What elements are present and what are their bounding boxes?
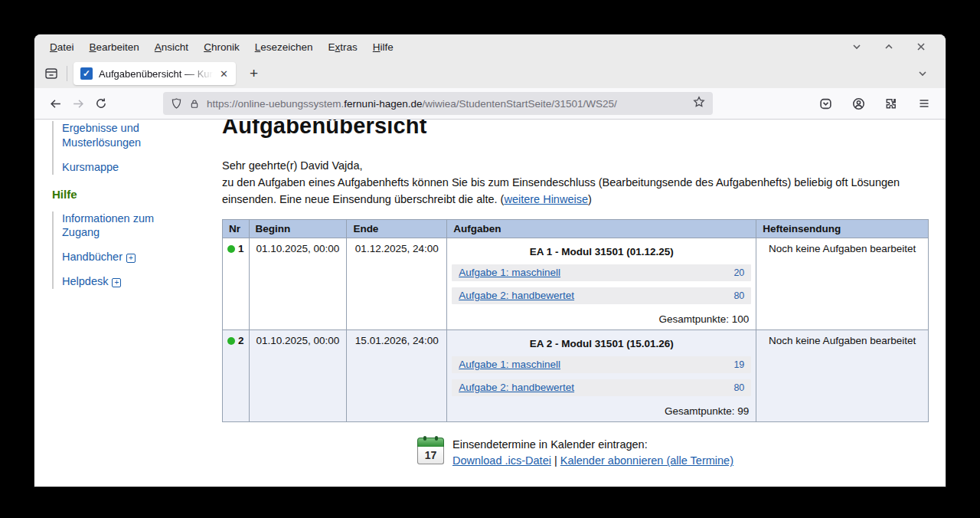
- gesamtpunkte: Gesamtpunkte: 100: [452, 313, 751, 325]
- aufgabe-punkte: 19: [733, 359, 744, 370]
- maximize-icon[interactable]: [883, 41, 895, 53]
- heft-title: EA 1 - Modul 31501 (01.12.25): [452, 246, 751, 257]
- sidebar-item-handbuecher[interactable]: Handbücher+: [62, 250, 188, 264]
- calendar-caption: Einsendetermine in Kalender eintragen:: [452, 437, 733, 453]
- new-tab-button[interactable]: +: [242, 65, 266, 82]
- heft-nr: 2: [238, 335, 244, 346]
- beginn-date: 01.10.2025, 00:00: [249, 330, 347, 422]
- minimize-icon[interactable]: [851, 41, 863, 53]
- hefteinsendung-status: Noch keine Aufgaben bearbeitet: [756, 238, 929, 330]
- table-header-row: Nr Beginn Ende Aufgaben Hefteinsendung: [223, 220, 929, 238]
- col-header-hefteinsendung: Hefteinsendung: [756, 220, 929, 238]
- task-row: Aufgabe 2: handbewertet 80: [452, 379, 751, 396]
- page-title: Aufgabenübersicht: [222, 120, 929, 139]
- bookmark-star-icon[interactable]: [693, 96, 705, 111]
- sidebar-item-helpdesk[interactable]: Helpdesk+: [62, 274, 188, 289]
- hefteinsendung-status: Noch keine Aufgaben bearbeitet: [756, 330, 929, 422]
- extensions-puzzle-icon[interactable]: [882, 93, 900, 114]
- sidebar-item-informationen-zugang[interactable]: Informationen zum Zugang: [62, 211, 188, 241]
- external-link-icon: +: [126, 254, 136, 263]
- task-row: Aufgabe 1: maschinell 20: [452, 264, 751, 281]
- ende-date: 15.01.2026, 24:00: [347, 330, 447, 422]
- pocket-icon[interactable]: [816, 93, 835, 114]
- sidebar-group-hilfe: Informationen zum Zugang Handbücher+ Hel…: [52, 211, 188, 289]
- hamburger-menu-icon[interactable]: [915, 93, 933, 114]
- tab-title: Aufgabenübersicht — Kurs: [99, 68, 217, 80]
- calendar-day: 17: [417, 447, 444, 464]
- list-all-tabs-icon[interactable]: [913, 64, 932, 83]
- weitere-hinweise-link[interactable]: weitere Hinweise: [504, 193, 588, 205]
- shield-icon[interactable]: [171, 97, 182, 110]
- col-header-aufgaben: Aufgaben: [447, 220, 756, 238]
- calendar-icon: 17: [417, 438, 444, 464]
- greeting-text: Sehr geehrte(r) David Vajda, zu den Aufg…: [222, 158, 929, 208]
- heft-title: EA 2 - Modul 31501 (15.01.26): [452, 338, 751, 349]
- url-text: https://online-uebungssystem.fernuni-hag…: [207, 98, 686, 110]
- status-green-icon: [227, 245, 235, 253]
- beginn-date: 01.10.2025, 00:00: [249, 238, 347, 330]
- menu-ansicht[interactable]: Ansicht: [147, 38, 196, 56]
- table-row: 1 01.10.2025, 00:00 01.12.2025, 24:00 EA…: [223, 238, 929, 330]
- menu-bar: Datei Bearbeiten Ansicht Chronik Lesezei…: [34, 34, 946, 59]
- page-content: Ergebnisse und Musterlösungen Kursmappe …: [34, 120, 946, 486]
- menu-hilfe[interactable]: Hilfe: [365, 38, 401, 56]
- menu-lesezeichen[interactable]: Lesezeichen: [247, 38, 321, 56]
- col-header-nr: Nr: [223, 220, 250, 238]
- sidebar-item-kursmappe[interactable]: Kursmappe: [62, 160, 188, 175]
- aufgabe-punkte: 80: [733, 382, 744, 393]
- col-header-ende: Ende: [347, 220, 447, 238]
- sidebar-group-kurs: Ergebnisse und Musterlösungen Kursmappe: [52, 121, 188, 175]
- kalender-abonnieren-link[interactable]: Kalender abonnieren (alle Termine): [560, 454, 733, 467]
- reload-icon[interactable]: [90, 93, 113, 114]
- sidebar-item-ergebnisse[interactable]: Ergebnisse und Musterlösungen: [62, 121, 188, 150]
- external-link-icon: +: [112, 278, 121, 287]
- download-ics-link[interactable]: Download .ics-Datei: [452, 454, 551, 467]
- uebungssystem-favicon-icon: ✓: [80, 67, 93, 80]
- menu-bearbeiten[interactable]: Bearbeiten: [82, 38, 147, 56]
- lock-icon[interactable]: [189, 98, 200, 110]
- navigation-toolbar: https://online-uebungssystem.fernuni-hag…: [34, 88, 946, 120]
- back-icon[interactable]: [44, 93, 67, 114]
- menu-extras[interactable]: Extras: [321, 38, 365, 56]
- status-green-icon: [227, 337, 235, 345]
- close-window-icon[interactable]: [915, 41, 927, 53]
- url-bar[interactable]: https://online-uebungssystem.fernuni-hag…: [163, 92, 713, 115]
- tab-bar: ✓ Aufgabenübersicht — Kurs ✕ +: [34, 59, 946, 88]
- aufgabe-link[interactable]: Aufgabe 1: maschinell: [459, 359, 560, 370]
- aufgabe-punkte: 20: [733, 267, 744, 278]
- task-row: Aufgabe 2: handbewertet 80: [452, 287, 751, 304]
- forward-icon[interactable]: [67, 93, 90, 114]
- sidebar: Ergebnisse und Musterlösungen Kursmappe …: [34, 120, 222, 486]
- tab-aufgabenuebersicht[interactable]: ✓ Aufgabenübersicht — Kurs ✕: [74, 62, 236, 85]
- aufgabe-punkte: 80: [733, 290, 744, 301]
- aufgaben-table: Nr Beginn Ende Aufgaben Hefteinsendung 1…: [222, 219, 929, 422]
- tab-close-icon[interactable]: ✕: [217, 67, 231, 80]
- menu-datei[interactable]: Datei: [42, 38, 82, 56]
- calendar-export-block: 17 Einsendetermine in Kalender eintragen…: [222, 437, 929, 469]
- col-header-beginn: Beginn: [249, 220, 347, 238]
- aufgabe-link[interactable]: Aufgabe 2: handbewertet: [459, 290, 574, 301]
- account-icon[interactable]: [849, 93, 867, 114]
- menu-chronik[interactable]: Chronik: [196, 38, 247, 56]
- link-separator: |: [554, 454, 557, 467]
- firefox-view-icon[interactable]: [41, 64, 62, 84]
- aufgabe-link[interactable]: Aufgabe 2: handbewertet: [459, 382, 574, 393]
- aufgabe-link[interactable]: Aufgabe 1: maschinell: [459, 267, 560, 278]
- heft-nr: 1: [238, 243, 244, 254]
- ende-date: 01.12.2025, 24:00: [347, 238, 447, 330]
- sidebar-heading-hilfe: Hilfe: [52, 188, 222, 201]
- browser-window: Datei Bearbeiten Ansicht Chronik Lesezei…: [34, 34, 946, 487]
- main-area: Aufgabenübersicht Sehr geehrte(r) David …: [222, 120, 946, 486]
- table-row: 2 01.10.2025, 00:00 15.01.2026, 24:00 EA…: [223, 330, 929, 422]
- gesamtpunkte: Gesamtpunkte: 99: [452, 405, 751, 417]
- task-row: Aufgabe 1: maschinell 19: [452, 356, 751, 373]
